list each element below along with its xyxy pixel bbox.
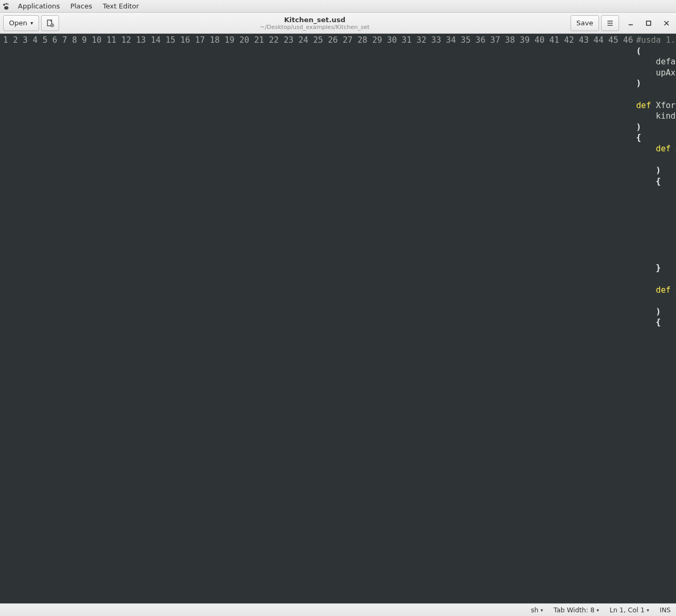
svg-point-3 [4, 6, 8, 9]
window-close-button[interactable] [660, 17, 673, 30]
language-selector[interactable]: sh▾ [531, 606, 543, 614]
editor-window: Open ▾ Kitchen_set.usd ~/Desktop/usd_exa… [0, 13, 676, 616]
places-menu[interactable]: Places [65, 2, 97, 10]
document-path: ~/Desktop/usd_examples/Kitchen_set [260, 24, 370, 31]
chevron-down-icon: ▾ [596, 608, 599, 613]
save-button[interactable]: Save [571, 15, 599, 31]
gnome-foot-icon [2, 2, 11, 11]
cursor-position[interactable]: Ln 1, Col 1▾ [610, 606, 649, 614]
line-number-gutter: 1 2 3 4 5 6 7 8 9 10 11 12 13 14 15 16 1… [0, 34, 636, 603]
document-title: Kitchen_set.usd [284, 16, 345, 24]
minimize-icon [627, 20, 634, 26]
svg-point-0 [3, 4, 5, 6]
desktop-top-panel: Applications Places Text Editor [0, 0, 676, 13]
svg-rect-6 [646, 21, 651, 25]
chevron-down-icon: ▾ [646, 608, 649, 613]
current-app-menu[interactable]: Text Editor [98, 2, 144, 10]
open-label: Open [9, 19, 27, 27]
applications-menu[interactable]: Applications [13, 2, 65, 10]
code-content[interactable]: #usda 1.0 ( defaultPrim = "Kitchen_set" … [636, 34, 676, 603]
header-bar: Open ▾ Kitchen_set.usd ~/Desktop/usd_exa… [0, 13, 676, 34]
hamburger-menu-button[interactable] [601, 15, 619, 31]
text-editor-area[interactable]: 1 2 3 4 5 6 7 8 9 10 11 12 13 14 15 16 1… [0, 34, 676, 603]
maximize-icon [645, 20, 652, 26]
save-label: Save [576, 19, 593, 27]
svg-point-1 [5, 3, 7, 4]
chevron-down-icon: ▾ [540, 608, 543, 613]
svg-point-2 [7, 3, 8, 4]
insert-mode[interactable]: INS [660, 606, 671, 614]
tab-width-selector[interactable]: Tab Width: 8▾ [554, 606, 599, 614]
hamburger-icon [606, 19, 614, 27]
close-icon [663, 20, 670, 26]
open-button[interactable]: Open ▾ [3, 15, 39, 31]
chevron-down-icon: ▾ [31, 20, 33, 26]
window-minimize-button[interactable] [624, 17, 637, 30]
new-document-button[interactable] [41, 15, 59, 31]
document-new-icon [46, 19, 54, 27]
window-maximize-button[interactable] [642, 17, 655, 30]
status-bar: sh▾ Tab Width: 8▾ Ln 1, Col 1▾ INS [0, 603, 676, 616]
